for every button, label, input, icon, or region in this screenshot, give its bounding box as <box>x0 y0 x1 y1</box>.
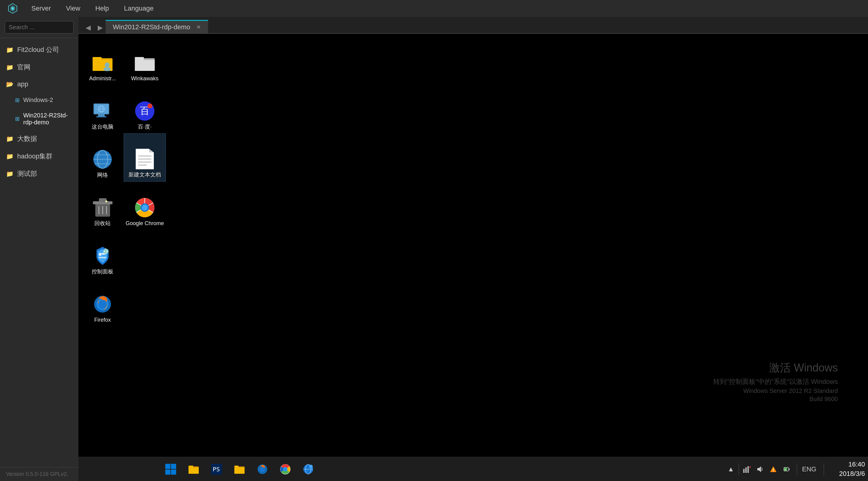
svg-rect-62 <box>188 465 193 468</box>
clock-area[interactable]: 16:40 2018/3/6 <box>829 460 865 479</box>
sidebar-item-bigdata[interactable]: 📁 大数据 <box>0 130 79 148</box>
desktop-icon-this-pc[interactable]: 这台电脑 <box>82 85 124 133</box>
tray-volume-icon[interactable] <box>754 464 766 475</box>
computer-icon <box>92 100 113 122</box>
chrome-icon <box>134 197 155 218</box>
icon-row-3: ✦ 回收站 <box>82 182 166 230</box>
svg-point-47 <box>142 205 148 211</box>
baidu-icon: 百 <box>134 100 155 122</box>
desktop-icon-administrator[interactable]: Administr... <box>82 37 124 85</box>
folder-button[interactable] <box>228 459 250 480</box>
firefox-taskbar-button[interactable] <box>251 459 273 480</box>
desktop-icon-baidu[interactable]: 百 百·度· <box>124 85 166 133</box>
icon-row-4: 控制面板 <box>82 230 166 278</box>
file-explorer-button[interactable] <box>183 459 205 480</box>
icon-label: Google Chrome <box>125 220 164 227</box>
desktop-icon-recycle[interactable]: ✦ 回收站 <box>82 182 124 230</box>
tray-lang[interactable]: ENG <box>802 465 816 473</box>
svg-rect-10 <box>135 57 144 60</box>
chrome-taskbar-button[interactable] <box>275 459 296 480</box>
firefox-icon <box>92 294 113 315</box>
tabs-bar: ◀ ▶ Win2012-R2Std-rdp-demo ✕ <box>79 17 868 34</box>
watermark-title: 激活 Windows <box>713 361 838 375</box>
svg-rect-59 <box>165 470 170 475</box>
windows-icon: ⊞ <box>15 97 20 103</box>
menubar: Server View Help Language <box>0 0 868 17</box>
icon-label: Winkawaks <box>131 75 158 82</box>
svg-point-8 <box>103 67 111 71</box>
start-button[interactable] <box>160 459 182 480</box>
tab-label: Win2012-R2Std-rdp-demo <box>113 23 190 31</box>
desktop-icon-network[interactable]: 网络 <box>82 133 124 182</box>
watermark-sub: 转到"控制面板"中的"系统"以激活 Windows <box>713 377 838 386</box>
app-logo <box>6 2 19 15</box>
sidebar-item-windows2[interactable]: ⊞ Windows-2 <box>0 92 79 108</box>
tray-battery-icon[interactable]: + <box>781 464 792 475</box>
svg-rect-58 <box>171 464 176 469</box>
menu-server[interactable]: Server <box>28 3 54 14</box>
icon-label: 这台电脑 <box>92 123 114 130</box>
svg-rect-77 <box>743 469 745 473</box>
powershell-button[interactable]: PS <box>206 459 227 480</box>
menu-view[interactable]: View <box>63 3 83 14</box>
network-taskbar-button[interactable] <box>298 459 319 480</box>
sidebar: 📁 Fit2cloud 公司 📁 官网 📂 app ⊞ Windows-2 ⊞ … <box>0 17 79 481</box>
icon-row-2: 网络 新建文本文 <box>82 133 166 182</box>
svg-rect-87 <box>789 468 789 470</box>
svg-marker-28 <box>149 149 154 152</box>
folder-icon: 📁 <box>6 170 13 177</box>
rdp-desktop[interactable]: Administr... Winkawaks <box>79 34 868 457</box>
version-label: Version 0.5.0-116 GPLv2. <box>0 467 79 481</box>
folder-icon: 📁 <box>6 135 13 143</box>
folder-icon: 📁 <box>6 46 13 53</box>
desktop-icon-winkawaks[interactable]: Winkawaks <box>124 37 166 85</box>
tab-close-button[interactable]: ✕ <box>196 24 201 30</box>
sidebar-item-win2012[interactable]: ⊞ Win2012-R2Std-rdp-demo <box>0 108 79 130</box>
svg-rect-79 <box>747 466 749 473</box>
tray-icons: ▲ <box>725 463 792 475</box>
nav-next[interactable]: ▶ <box>95 22 105 33</box>
folder-icon: 📁 <box>6 153 13 160</box>
icon-label: 控制面板 <box>92 268 114 275</box>
desktop-icon-chrome[interactable]: Google Chrome <box>124 182 166 230</box>
svg-point-70 <box>260 467 265 472</box>
svg-text:PS: PS <box>213 465 220 473</box>
network-icon <box>92 149 113 170</box>
svg-rect-15 <box>96 116 106 117</box>
icon-label: 网络 <box>97 172 108 179</box>
svg-rect-14 <box>98 114 105 116</box>
tab-rdp-demo[interactable]: Win2012-R2Std-rdp-demo ✕ <box>105 20 208 33</box>
svg-rect-60 <box>171 470 176 475</box>
search-input[interactable] <box>5 21 73 33</box>
sidebar-item-fit2cloud[interactable]: 📁 Fit2cloud 公司 <box>0 41 79 59</box>
desktop-icon-new-text[interactable]: 新建文本文档 <box>124 133 166 182</box>
desktop-icon-firefox[interactable]: Firefox <box>82 278 124 327</box>
svg-rect-57 <box>165 464 170 469</box>
svg-rect-85 <box>773 471 774 472</box>
tray-warning-icon[interactable] <box>768 464 779 475</box>
svg-rect-11 <box>135 60 155 71</box>
svg-marker-82 <box>757 466 761 472</box>
folder-icon: 📁 <box>6 64 13 71</box>
activation-watermark: 激活 Windows 转到"控制面板"中的"系统"以激活 Windows Win… <box>713 361 838 402</box>
sidebar-item-guanwang[interactable]: 📁 官网 <box>0 59 79 76</box>
tray-network-icon[interactable] <box>741 464 752 475</box>
svg-point-7 <box>105 62 110 67</box>
folder-icon <box>92 52 113 73</box>
svg-point-48 <box>99 253 102 256</box>
icon-row-0: Administr... Winkawaks <box>82 37 166 85</box>
sidebar-item-app[interactable]: 📂 app <box>0 76 79 92</box>
watermark-build1: Windows Server 2012 R2 Standard <box>713 387 838 394</box>
tray-up-arrow[interactable]: ▲ <box>725 464 736 475</box>
desktop-icon-control-panel[interactable]: 控制面板 <box>82 230 124 278</box>
main-layout: 📁 Fit2cloud 公司 📁 官网 📂 app ⊞ Windows-2 ⊞ … <box>0 17 868 481</box>
svg-point-56 <box>98 300 107 309</box>
sidebar-item-hadoop[interactable]: 📁 hadoop集群 <box>0 148 79 165</box>
menu-help[interactable]: Help <box>92 3 112 14</box>
menu-language[interactable]: Language <box>121 3 157 14</box>
tray-divider2 <box>797 463 797 475</box>
desktop-icons: Administr... Winkawaks <box>82 37 166 327</box>
sidebar-item-testdept[interactable]: 📁 测试部 <box>0 165 79 183</box>
nav-prev[interactable]: ◀ <box>83 22 93 33</box>
sidebar-nav: 📁 Fit2cloud 公司 📁 官网 📂 app ⊞ Windows-2 ⊞ … <box>0 38 79 467</box>
